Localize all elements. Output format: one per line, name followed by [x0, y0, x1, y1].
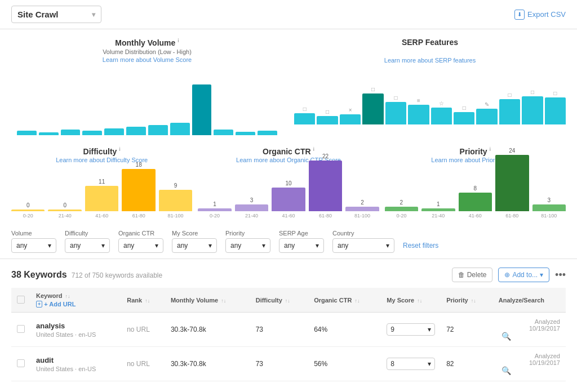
rank-value: no URL: [127, 360, 150, 368]
row-checkbox[interactable]: [17, 325, 25, 333]
my-score-column-header: My Score ↑↓: [381, 288, 441, 313]
sort-icon[interactable]: ↑↓: [285, 298, 290, 304]
analyze-cell: Analyzed 10/19/2017 🔍: [493, 347, 566, 381]
serp-bar: ✎: [476, 101, 497, 124]
search-icon[interactable]: 🔍: [501, 366, 511, 375]
difficulty-cell: 73: [250, 313, 308, 347]
my-score-value: 8: [390, 360, 394, 368]
serp-bar: □: [522, 89, 543, 124]
difficulty-chart: Difficulty i Learn more about Difficulty…: [11, 146, 192, 219]
chart-bar: 321-40: [235, 197, 268, 219]
sort-icon[interactable]: ↑↓: [354, 298, 359, 304]
priority-link[interactable]: Learn more about Priority Score: [385, 157, 566, 163]
select-all-header: [11, 288, 30, 313]
monthly-volume-cell: 30.3k-70.8k: [165, 313, 250, 347]
add-to-button[interactable]: ⊕ Add to... ▾: [498, 268, 549, 282]
difficulty-title: Difficulty i: [11, 146, 192, 156]
search-icon[interactable]: 🔍: [501, 332, 511, 341]
monthly-volume-bar: [82, 131, 102, 135]
organic-ctr-column-header: Organic CTR ↑↓: [308, 288, 381, 313]
header: Site Crawl ▾ ⬇ Export CSV: [0, 0, 577, 29]
priority-filter-select[interactable]: any ▾: [225, 238, 270, 253]
priority-chart: Priority i Learn more about Priority Sco…: [385, 146, 566, 219]
difficulty-info-icon: i: [119, 146, 121, 152]
chevron-down-icon: ▾: [428, 360, 431, 368]
download-icon: ⬇: [514, 10, 525, 20]
sort-icon[interactable]: ↑↓: [65, 293, 70, 299]
rank-column-header: Rank ↑↓: [121, 288, 165, 313]
site-crawl-label: Site Crawl: [17, 10, 59, 19]
serp-bar: ☆: [431, 100, 452, 124]
organic-ctr-filter-select[interactable]: any ▾: [118, 238, 163, 253]
country-filter-label: Country: [332, 230, 394, 237]
row-checkbox[interactable]: [17, 359, 25, 367]
monthly-volume-link[interactable]: Learn more about Volume Score: [11, 56, 283, 63]
keywords-table-body: analysis United States · en-US no URL 30…: [11, 313, 566, 381]
difficulty-link[interactable]: Learn more about Difficulty Score: [11, 157, 192, 163]
serp-age-filter-select[interactable]: any ▾: [279, 238, 324, 253]
priority-value: 82: [446, 360, 454, 368]
reset-filters-button[interactable]: Reset filters: [403, 242, 438, 250]
export-csv-button[interactable]: ⬇ Export CSV: [514, 10, 566, 20]
select-all-checkbox[interactable]: [17, 296, 25, 304]
serp-bar: □: [317, 109, 338, 124]
my-score-select[interactable]: 9 ▾: [387, 323, 435, 336]
serp-bar: ≡: [408, 97, 429, 124]
serp-features-link[interactable]: Learn more about SERP features: [294, 57, 566, 64]
chevron-down-icon: ▾: [208, 242, 212, 250]
difficulty-value: 73: [256, 360, 263, 368]
keywords-section: 38 Keywords 712 of 750 keywords availabl…: [0, 259, 577, 390]
charts-row1: Monthly Volume i Volume Distribution (Lo…: [0, 29, 577, 141]
monthly-volume-bar: [170, 123, 190, 135]
organic-ctr-link[interactable]: Learn more about Organic CTR Score: [198, 157, 379, 163]
monthly-volume-chart: Monthly Volume i Volume Distribution (Lo…: [11, 38, 283, 135]
chart-bar: 10-20: [198, 201, 231, 219]
sort-icon[interactable]: ↑↓: [417, 298, 422, 304]
monthly-volume-cell: 30.3k-70.8k: [165, 347, 250, 381]
organic-ctr-value: 64%: [314, 326, 327, 333]
organic-ctr-info-icon: i: [313, 146, 314, 152]
site-crawl-dropdown[interactable]: Site Crawl ▾: [11, 6, 101, 23]
chevron-down-icon: ▾: [540, 271, 543, 279]
priority-column-header: Priority ↑↓: [441, 288, 493, 313]
country-filter: Country any ▾: [332, 230, 394, 253]
organic-ctr-filter: Organic CTR any ▾: [118, 230, 163, 253]
difficulty-filter-select[interactable]: any ▾: [65, 238, 110, 253]
rank-cell: no URL: [121, 347, 165, 381]
serp-bar: □: [499, 92, 520, 124]
monthly-volume-bar: [61, 130, 81, 135]
sort-icon[interactable]: ↑↓: [221, 298, 226, 304]
table-header: Keyword ↑↓ + + Add URL Rank ↑↓ Monthly V…: [11, 288, 566, 313]
monthly-volume-title: Monthly Volume i: [11, 38, 283, 47]
priority-info-icon: i: [490, 146, 491, 152]
chevron-down-icon: ▾: [262, 242, 265, 250]
info-icon: i: [177, 38, 179, 43]
keywords-table: Keyword ↑↓ + + Add URL Rank ↑↓ Monthly V…: [11, 288, 566, 381]
sort-icon[interactable]: ↑↓: [145, 298, 150, 304]
table-row: audit United States · en-US no URL 30.3k…: [11, 347, 566, 381]
volume-filter-select[interactable]: any ▾: [11, 238, 56, 253]
analyzed-label: Analyzed: [499, 353, 560, 359]
chart-bar: 121-40: [421, 201, 455, 219]
more-options-button[interactable]: •••: [555, 269, 566, 281]
plus-icon: +: [36, 301, 42, 308]
chart-bar: 2461-80: [495, 148, 529, 219]
chevron-down-icon: ▾: [316, 242, 319, 250]
monthly-volume-value: 30.3k-70.8k: [171, 326, 206, 333]
volume-filter-label: Volume: [11, 230, 56, 237]
my-score-select[interactable]: 8 ▾: [387, 358, 435, 370]
chevron-down-icon: ▾: [428, 326, 431, 333]
my-score-filter-select[interactable]: any ▾: [172, 238, 217, 253]
analyzed-date-value: 10/19/2017: [499, 359, 560, 366]
delete-button[interactable]: 🗑 Delete: [452, 268, 493, 282]
table-row: analysis United States · en-US no URL 30…: [11, 313, 566, 347]
serp-features-chart: SERP Features Learn more about SERP feat…: [294, 38, 566, 135]
organic-ctr-value: 56%: [314, 360, 327, 368]
country-filter-select[interactable]: any ▾: [332, 238, 394, 253]
keywords-count: 38 Keywords: [11, 270, 67, 280]
sort-icon[interactable]: ↑↓: [471, 298, 476, 304]
analyze-cell: Analyzed 10/19/2017 🔍: [493, 313, 566, 347]
add-url-button[interactable]: + + Add URL: [36, 301, 116, 308]
difficulty-column-header: Difficulty ↑↓: [250, 288, 308, 313]
monthly-volume-bars: [11, 68, 283, 135]
